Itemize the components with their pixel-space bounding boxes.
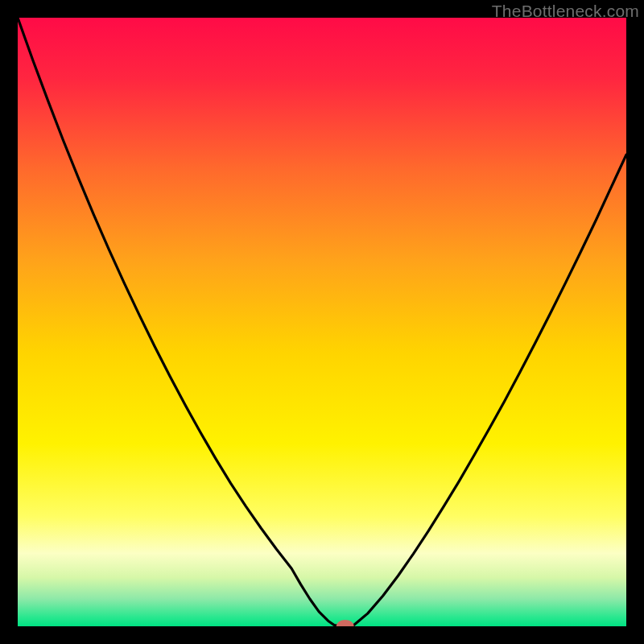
watermark-text: TheBottleneck.com xyxy=(492,2,639,21)
plot-area xyxy=(18,18,626,626)
gradient-background xyxy=(18,18,626,626)
outer-black-frame: TheBottleneck.com xyxy=(0,0,644,644)
chart-svg xyxy=(18,18,626,626)
